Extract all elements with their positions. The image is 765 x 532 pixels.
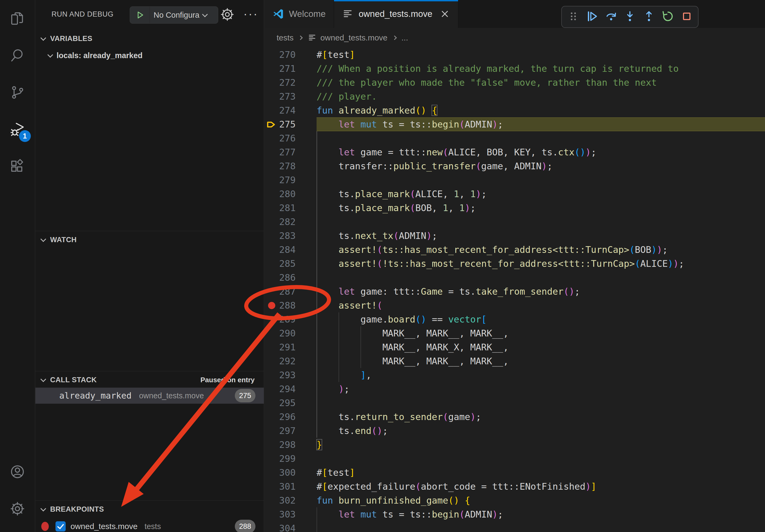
breakpoint-enabled-checkbox[interactable] <box>56 521 66 531</box>
glyph-margin[interactable] <box>264 187 279 201</box>
stop-button[interactable] <box>679 9 694 24</box>
code-text[interactable]: ); <box>317 382 765 396</box>
code-line[interactable]: 297 ts.end(); <box>264 424 765 438</box>
code-text[interactable]: let game: ttt::Game = ts.take_from_sende… <box>317 285 765 298</box>
code-text[interactable] <box>317 215 765 229</box>
glyph-margin[interactable] <box>264 62 279 76</box>
code-line[interactable]: 279 <box>264 173 765 187</box>
breadcrumb-item-tests[interactable]: tests <box>277 33 294 42</box>
line-number[interactable]: 296 <box>279 410 296 424</box>
glyph-margin[interactable] <box>264 465 279 479</box>
breakpoint-dot-icon[interactable] <box>268 302 275 309</box>
code-line[interactable]: 292 MARK__, MARK__, MARK__, <box>264 354 765 368</box>
line-number[interactable]: 294 <box>279 382 296 396</box>
execution-pointer-glyph[interactable] <box>264 117 279 131</box>
line-number[interactable]: 284 <box>279 243 296 257</box>
continue-button[interactable] <box>585 9 600 24</box>
more-actions-icon[interactable]: ··· <box>242 5 260 23</box>
tab-welcome[interactable]: Welcome <box>264 0 334 28</box>
glyph-margin[interactable] <box>264 90 279 104</box>
code-line[interactable]: 289 game.board() == vector[ <box>264 312 765 326</box>
code-text[interactable] <box>317 271 765 285</box>
call-stack-section-header[interactable]: CALL STACK Paused on entry <box>35 371 264 389</box>
glyph-margin[interactable] <box>264 104 279 117</box>
code-text[interactable]: #[test] <box>317 48 765 62</box>
breadcrumb-item-more[interactable]: ... <box>401 33 408 42</box>
line-number[interactable]: 278 <box>279 159 296 173</box>
glyph-margin[interactable] <box>264 145 279 159</box>
glyph-margin[interactable] <box>264 507 279 521</box>
code-line[interactable]: 303 let mut ts = ts::begin(ADMIN); <box>264 507 765 521</box>
code-line[interactable]: 287 let game: ttt::Game = ts.take_from_s… <box>264 285 765 298</box>
breakpoint-list-item[interactable]: owned_tests.move tests 288 <box>35 518 264 532</box>
code-line[interactable]: 300#[test] <box>264 465 765 479</box>
glyph-margin[interactable] <box>264 354 279 368</box>
glyph-margin[interactable] <box>264 159 279 173</box>
code-line[interactable]: 282 <box>264 215 765 229</box>
code-text[interactable]: let game = ttt::new(ALICE, BOB, KEY, ts.… <box>317 145 765 159</box>
code-line[interactable]: 294 ); <box>264 382 765 396</box>
code-line[interactable]: 275 let mut ts = ts::begin(ADMIN); <box>264 117 765 131</box>
glyph-margin[interactable] <box>264 521 279 532</box>
breadcrumb-item-file[interactable]: owned_tests.move <box>320 33 387 42</box>
line-number[interactable]: 272 <box>279 76 296 90</box>
code-text[interactable]: ts.next_tx(ADMIN); <box>317 229 765 243</box>
line-number[interactable]: 281 <box>279 201 296 215</box>
glyph-margin[interactable] <box>264 396 279 410</box>
code-line[interactable]: 273/// player. <box>264 90 765 104</box>
code-line[interactable]: 302fun burn_unfinished_game() { <box>264 493 765 507</box>
variables-section-header[interactable]: VARIABLES <box>35 30 264 47</box>
code-text[interactable] <box>317 396 765 410</box>
launch-configuration-dropdown[interactable]: No Configura <box>130 6 218 24</box>
glyph-margin[interactable] <box>264 438 279 452</box>
line-number[interactable]: 276 <box>279 131 296 145</box>
code-line[interactable]: 293 ], <box>264 368 765 382</box>
glyph-margin[interactable] <box>264 479 279 493</box>
activity-item-settings-gear[interactable] <box>0 490 35 527</box>
activity-item-account[interactable] <box>0 453 35 490</box>
glyph-margin[interactable] <box>264 243 279 257</box>
configure-gear-icon[interactable] <box>220 7 236 23</box>
code-text[interactable] <box>317 131 765 145</box>
code-line[interactable]: 274fun already_marked() { <box>264 104 765 117</box>
gripper-button[interactable] <box>566 9 581 24</box>
glyph-margin[interactable] <box>264 229 279 243</box>
code-text[interactable]: ts.end(); <box>317 424 765 438</box>
code-line[interactable]: 277 let game = ttt::new(ALICE, BOB, KEY,… <box>264 145 765 159</box>
activity-item-run-and-debug[interactable]: 1 <box>0 111 35 148</box>
line-number[interactable]: 288 <box>279 298 296 312</box>
line-number[interactable]: 303 <box>279 507 296 521</box>
close-icon[interactable] <box>439 9 450 19</box>
code-text[interactable]: #[test] <box>317 465 765 479</box>
code-line[interactable]: 271/// When a position is already marked… <box>264 62 765 76</box>
line-number[interactable]: 298 <box>279 438 296 452</box>
line-number[interactable]: 299 <box>279 452 296 465</box>
code-text[interactable]: let mut ts = ts::begin(ADMIN); <box>317 507 765 521</box>
glyph-margin[interactable] <box>264 173 279 187</box>
glyph-margin[interactable] <box>264 285 279 298</box>
line-number[interactable]: 285 <box>279 257 296 271</box>
code-text[interactable]: assert!(ts::has_most_recent_for_address<… <box>317 243 765 257</box>
line-number[interactable]: 270 <box>279 48 296 62</box>
line-number[interactable]: 289 <box>279 312 296 326</box>
code-line[interactable]: 288 assert!( <box>264 298 765 312</box>
code-line[interactable]: 278 transfer::public_transfer(game, ADMI… <box>264 159 765 173</box>
code-editor[interactable]: 270#[test]271/// When a position is alre… <box>264 48 765 532</box>
glyph-margin[interactable] <box>264 410 279 424</box>
line-number[interactable]: 304 <box>279 521 296 532</box>
glyph-margin[interactable] <box>264 131 279 145</box>
step-over-button[interactable] <box>604 9 619 24</box>
code-line[interactable]: 285 assert!(!ts::has_most_recent_for_add… <box>264 257 765 271</box>
code-text[interactable] <box>317 452 765 465</box>
line-number[interactable]: 300 <box>279 465 296 479</box>
glyph-margin[interactable] <box>264 215 279 229</box>
glyph-margin[interactable] <box>264 424 279 438</box>
line-number[interactable]: 271 <box>279 62 296 76</box>
code-text[interactable] <box>317 173 765 187</box>
code-line[interactable]: 304 <box>264 521 765 532</box>
code-text[interactable]: fun already_marked() { <box>317 104 765 117</box>
code-line[interactable]: 298} <box>264 438 765 452</box>
line-number[interactable]: 292 <box>279 354 296 368</box>
activity-item-files[interactable] <box>0 0 35 37</box>
code-line[interactable]: 299 <box>264 452 765 465</box>
